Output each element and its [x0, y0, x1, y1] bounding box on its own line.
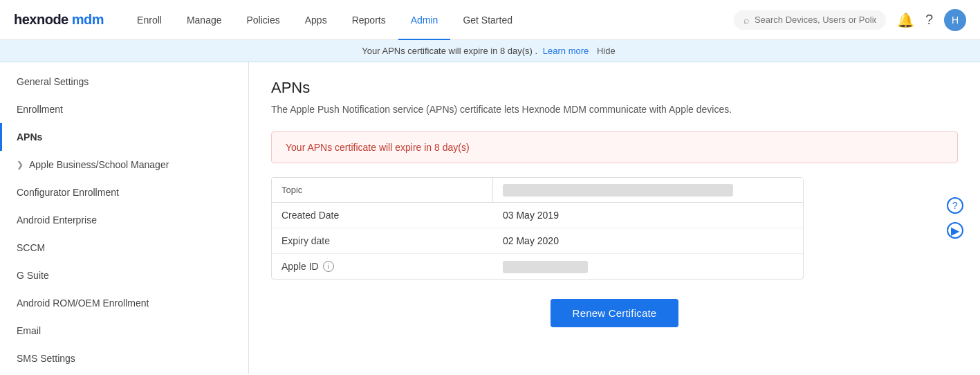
nav-policies[interactable]: Policies — [234, 0, 292, 40]
top-nav: hexnode mdm Enroll Manage Policies Apps … — [0, 0, 980, 40]
help-icons: ? ▶ — [947, 197, 963, 239]
apple-id-value — [493, 261, 803, 272]
nav-manage[interactable]: Manage — [174, 0, 234, 40]
sidebar-item-gsuite[interactable]: G Suite — [0, 262, 248, 289]
nav-right: ⌕ 🔔 ? H — [734, 9, 966, 31]
created-date-value: 03 May 2019 — [493, 210, 803, 221]
logo: hexnode mdm — [14, 12, 104, 28]
sidebar-item-android-rom[interactable]: Android ROM/OEM Enrollment — [0, 289, 248, 317]
question-icon[interactable]: ? — [947, 197, 963, 214]
nav-admin[interactable]: Admin — [398, 0, 451, 40]
nav-get-started[interactable]: Get Started — [450, 0, 525, 40]
expiry-date-label: Expiry date — [272, 235, 493, 246]
sidebar-label: Android Enterprise — [17, 214, 97, 226]
chevron-icon: ❯ — [17, 160, 24, 170]
banner-message: Your APNs certificate will expire in 8 d… — [362, 46, 537, 56]
play-icon[interactable]: ▶ — [947, 222, 963, 239]
nav-links: Enroll Manage Policies Apps Reports Admi… — [124, 0, 734, 40]
alert-box: Your APNs certificate will expire in 8 d… — [271, 131, 958, 163]
sidebar-item-android-enterprise[interactable]: Android Enterprise — [0, 206, 248, 234]
apple-id-label: Apple ID i — [272, 261, 493, 272]
sidebar-item-general-settings[interactable]: General Settings — [0, 68, 248, 95]
sidebar-label: SMS Settings — [17, 353, 75, 364]
topic-value — [493, 178, 803, 202]
sidebar-item-sccm[interactable]: SCCM — [0, 234, 248, 262]
banner: Your APNs certificate will expire in 8 d… — [0, 40, 980, 62]
expiry-date-row: Expiry date 02 May 2020 — [272, 228, 803, 254]
apple-id-blurred — [503, 261, 588, 273]
renew-certificate-button[interactable]: Renew Certificate — [551, 299, 679, 327]
created-date-row: Created Date 03 May 2019 — [272, 203, 803, 228]
learn-more-link[interactable]: Learn more — [543, 46, 589, 56]
sidebar-label: Apple Business/School Manager — [29, 159, 169, 170]
sidebar: General Settings Enrollment APNs ❯ Apple… — [0, 62, 249, 374]
sidebar-item-email[interactable]: Email — [0, 317, 248, 345]
sidebar-label: SCCM — [17, 242, 45, 253]
page-description: The Apple Push Notification service (APN… — [271, 104, 958, 115]
topic-row: Topic — [272, 178, 803, 203]
help-icon[interactable]: ? — [925, 12, 933, 28]
nav-reports[interactable]: Reports — [340, 0, 398, 40]
sidebar-label: Configurator Enrollment — [17, 187, 119, 198]
hide-link[interactable]: Hide — [597, 46, 616, 56]
sidebar-label: General Settings — [17, 76, 89, 87]
sidebar-label: G Suite — [17, 270, 49, 281]
search-icon: ⌕ — [743, 15, 749, 26]
topic-blurred — [503, 184, 733, 196]
expiry-date-value: 02 May 2020 — [493, 235, 803, 246]
sidebar-item-sms[interactable]: SMS Settings — [0, 345, 248, 372]
created-date-label: Created Date — [272, 210, 493, 221]
topic-label: Topic — [272, 178, 493, 202]
alert-text: Your APNs certificate will expire in 8 d… — [286, 142, 470, 153]
layout: General Settings Enrollment APNs ❯ Apple… — [0, 62, 980, 374]
info-icon[interactable]: i — [323, 261, 334, 272]
nav-apps[interactable]: Apps — [293, 0, 340, 40]
avatar[interactable]: H — [944, 9, 966, 31]
logo-text: hexnode mdm — [14, 12, 104, 28]
sidebar-label: Enrollment — [17, 104, 63, 115]
sidebar-item-apns[interactable]: APNs — [0, 123, 248, 151]
sidebar-label: Android ROM/OEM Enrollment — [17, 298, 149, 309]
search-input[interactable] — [755, 15, 876, 25]
sidebar-label: APNs — [17, 131, 42, 143]
bell-icon[interactable]: 🔔 — [897, 12, 914, 28]
main-content: ? ▶ APNs The Apple Push Notification ser… — [249, 62, 980, 374]
sidebar-item-enrollment[interactable]: Enrollment — [0, 95, 248, 123]
apple-id-row: Apple ID i — [272, 254, 803, 279]
apple-id-text: Apple ID — [281, 261, 319, 272]
search-box[interactable]: ⌕ — [734, 10, 886, 30]
sidebar-item-configurator[interactable]: Configurator Enrollment — [0, 179, 248, 206]
sidebar-label: Email — [17, 325, 41, 336]
sidebar-item-apple-business[interactable]: ❯ Apple Business/School Manager — [0, 151, 248, 179]
info-table: Topic Created Date 03 May 2019 Expiry da… — [271, 177, 804, 280]
page-title: APNs — [271, 79, 958, 97]
nav-enroll[interactable]: Enroll — [124, 0, 174, 40]
